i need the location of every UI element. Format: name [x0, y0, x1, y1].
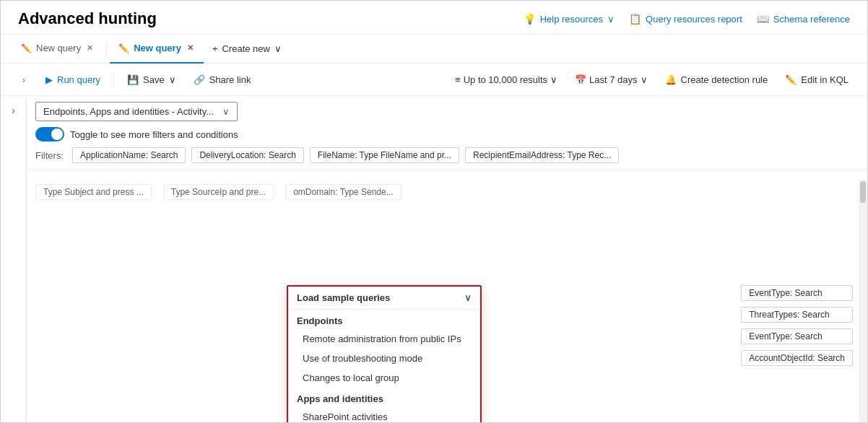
time-range-label: Last 7 days [589, 74, 638, 85]
help-resources-label: Help resources [540, 14, 603, 25]
schema-reference-button[interactable]: 📖 Schema reference [757, 13, 850, 25]
edit-kql-button[interactable]: ✏️ Edit in KQL [778, 69, 856, 90]
page-title: Advanced hunting [18, 9, 157, 28]
dropdown-section-0: Endpoints [288, 310, 480, 329]
right-filter-3[interactable]: AccountObjectId: Search [741, 350, 853, 366]
right-filter-2-label: EventType: Search [749, 331, 822, 341]
filter-chip-1[interactable]: DeliveryLocation: Search [191, 147, 303, 163]
page-scrollbar[interactable] [859, 180, 867, 422]
page-header: Advanced hunting 💡 Help resources ∨ 📋 Qu… [1, 1, 867, 35]
results-limit-dropdown[interactable]: ≡ Up to 10,000 results ∨ [448, 71, 565, 88]
schema-selector: Endpoints, Apps and identities - Activit… [35, 102, 859, 121]
dropdown-items: EndpointsRemote administration from publ… [288, 310, 480, 422]
query-hint-2[interactable]: omDomain: Type Sende... [285, 184, 402, 200]
toggle-row: Toggle to see more filters and condition… [35, 127, 859, 141]
results-limit-label: Up to 10,000 results [464, 74, 547, 85]
query-resources-icon: 📋 [629, 13, 641, 25]
main-content: › Endpoints, Apps and identities - Activ… [1, 96, 867, 422]
query-area[interactable]: Type Subject and press ... Type SourceIp… [27, 170, 867, 422]
run-query-label: Run query [57, 74, 100, 85]
create-new-chevron-icon: ∨ [274, 43, 282, 54]
tab1-label: New query [36, 43, 81, 53]
save-button[interactable]: 💾 Save ∨ [120, 69, 183, 90]
help-chevron-icon: ∨ [607, 14, 615, 25]
tab2-close-icon[interactable]: ✕ [186, 42, 195, 54]
tab-2[interactable]: ✏️ New query ✕ [110, 35, 204, 64]
right-filter-0-label: EventType: Search [749, 288, 822, 298]
filters-label: Filters: [35, 150, 64, 161]
dropdown-item-3[interactable]: Changes to local group [288, 368, 480, 388]
right-filters: EventType: Search ThreatTypes: Search Ev… [741, 285, 853, 366]
filter-chip-2-label: FileName: Type FileName and pr... [318, 150, 451, 160]
time-chevron-icon: ∨ [641, 74, 648, 85]
create-new-plus-icon: + [212, 43, 218, 54]
filter-chip-3-label: RecipientEmailAddress: Type Rec... [473, 150, 611, 160]
dropdown-header-label: Load sample queries [297, 292, 390, 303]
tab2-label: New query [134, 43, 181, 53]
edit-kql-label: Edit in KQL [801, 74, 849, 85]
tab1-close-icon[interactable]: ✕ [85, 42, 95, 54]
toolbar: › ▶ Run query 💾 Save ∨ 🔗 Share link ≡ Up… [1, 64, 867, 96]
header-actions: 💡 Help resources ∨ 📋 Query resources rep… [524, 13, 850, 25]
kql-icon: ✏️ [785, 74, 797, 85]
share-link-label: Share link [209, 74, 251, 85]
share-icon: 🔗 [194, 74, 205, 85]
save-icon: 💾 [127, 74, 139, 85]
run-query-button[interactable]: ▶ Run query [38, 69, 108, 90]
schema-chevron-icon: ∨ [222, 106, 230, 117]
filters-section: Endpoints, Apps and identities - Activit… [27, 96, 867, 170]
schema-icon: 📖 [757, 13, 769, 25]
create-detection-button[interactable]: 🔔 Create detection rule [658, 69, 776, 90]
dropdown-item-5[interactable]: SharePoint activities [288, 407, 480, 422]
query-hint-1[interactable]: Type SourceIp and pre... [163, 184, 274, 200]
schema-dropdown[interactable]: Endpoints, Apps and identities - Activit… [35, 102, 238, 121]
tab-separator [106, 42, 107, 56]
filter-chip-0[interactable]: ApplicationName: Search [72, 147, 186, 163]
content-area: Endpoints, Apps and identities - Activit… [27, 96, 867, 422]
filters-row: Filters: ApplicationName: Search Deliver… [35, 147, 859, 163]
schema-value: Endpoints, Apps and identities - Activit… [43, 106, 214, 117]
query-hint-2-label: omDomain: Type Sende... [293, 187, 394, 197]
help-resources-button[interactable]: 💡 Help resources ∨ [524, 13, 615, 25]
right-filter-1[interactable]: ThreatTypes: Search [741, 307, 853, 323]
time-range-dropdown[interactable]: 📅 Last 7 days ∨ [568, 71, 655, 88]
toggle-label: Toggle to see more filters and condition… [70, 129, 238, 140]
query-resources-label: Query resources report [646, 14, 742, 25]
filter-chip-0-label: ApplicationName: Search [80, 150, 178, 160]
tab-1[interactable]: ✏️ New query ✕ [12, 35, 103, 64]
tab2-icon: ✏️ [118, 43, 129, 53]
right-filter-1-label: ThreatTypes: Search [749, 310, 829, 320]
save-label: Save [143, 74, 165, 85]
create-new-label: Create new [222, 43, 269, 54]
tab1-icon: ✏️ [21, 43, 32, 53]
dropdown-header[interactable]: Load sample queries ∨ [288, 287, 480, 310]
results-icon: ≡ [455, 74, 461, 85]
query-hint-0[interactable]: Type Subject and press ... [35, 184, 152, 200]
dropdown-item-1[interactable]: Remote administration from public IPs [288, 329, 480, 349]
filter-chip-2[interactable]: FileName: Type FileName and pr... [310, 147, 459, 163]
calendar-icon: 📅 [575, 74, 586, 85]
sample-queries-dropdown: Load sample queries ∨ EndpointsRemote ad… [287, 285, 482, 422]
query-hint-1-label: Type SourceIp and pre... [171, 187, 266, 197]
save-chevron-icon: ∨ [169, 74, 176, 85]
share-link-button[interactable]: 🔗 Share link [186, 69, 259, 90]
sidebar-toggle-button[interactable]: › [12, 68, 35, 91]
query-hint-0-label: Type Subject and press ... [43, 187, 144, 197]
toggle-switch[interactable] [35, 127, 64, 141]
create-new-button[interactable]: + Create new ∨ [204, 35, 290, 64]
expand-button[interactable]: › [9, 102, 18, 119]
right-filter-2[interactable]: EventType: Search [741, 328, 853, 344]
create-detection-label: Create detection rule [681, 74, 768, 85]
dropdown-chevron-icon: ∨ [464, 292, 472, 303]
dropdown-item-2[interactable]: Use of troubleshooting mode [288, 349, 480, 368]
toolbar-divider-1 [113, 72, 114, 87]
filter-chip-3[interactable]: RecipientEmailAddress: Type Rec... [465, 147, 619, 163]
filter-chip-1-label: DeliveryLocation: Search [199, 150, 295, 160]
help-icon: 💡 [524, 13, 536, 25]
results-chevron-icon: ∨ [550, 74, 557, 85]
schema-reference-label: Schema reference [773, 14, 850, 25]
query-resources-button[interactable]: 📋 Query resources report [629, 13, 742, 25]
detection-icon: 🔔 [665, 74, 677, 85]
right-filter-3-label: AccountObjectId: Search [749, 353, 845, 363]
right-filter-0[interactable]: EventType: Search [741, 285, 853, 301]
